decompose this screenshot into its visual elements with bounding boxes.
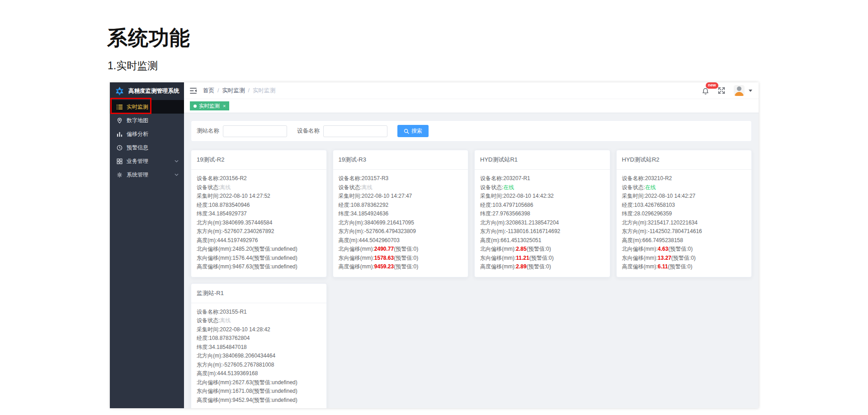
card-field: 经度:108.8783540946: [197, 201, 321, 210]
search-button[interactable]: 搜索: [397, 125, 429, 137]
notification-bell-icon[interactable]: new: [702, 87, 709, 95]
sidebar-toggle-icon[interactable]: [190, 88, 197, 94]
station-card: HYD测试站R2设备名称:203210-R2设备状态:在线采集时间:2022-0…: [616, 150, 752, 277]
field-value: 2485.20: [232, 246, 252, 252]
fullscreen-icon[interactable]: [718, 87, 725, 94]
card-title: 监测站-R1: [197, 290, 224, 296]
field-warn-value: (预警值:undefined): [252, 388, 297, 394]
field-value: 28.0296296359: [634, 210, 672, 217]
card-header: 19测试-R3: [333, 150, 468, 170]
clock-icon: [117, 145, 123, 151]
sidebar-item-label: 系统管理: [127, 171, 148, 179]
card-field: 高度偏移(mm):9467.63(预警值:undefined): [197, 262, 321, 272]
field-value: 4.63: [658, 246, 668, 252]
card-field: 设备状态:在线: [622, 183, 746, 192]
sidebar-item-6[interactable]: 系统管理: [110, 168, 184, 181]
field-label: 设备名称:: [480, 175, 503, 181]
field-value: 3215417.120221634: [648, 219, 698, 226]
sidebar-menu: 实时监测数字地图偏移分析预警信息业务管理系统管理: [110, 100, 184, 181]
tab-close-icon[interactable]: ×: [223, 103, 226, 109]
field-value: 1578.63: [374, 255, 394, 261]
field-label: 采集时间:: [339, 193, 362, 199]
page-subtitle: 1.实时监测: [108, 59, 158, 73]
field-value: 108.8783762804: [209, 335, 250, 341]
field-label: 东方向(m):: [480, 228, 506, 234]
field-value: 离线: [220, 317, 231, 324]
sidebar-item-5[interactable]: 业务管理: [110, 154, 184, 168]
user-menu-caret-icon[interactable]: [749, 90, 752, 92]
field-value: 203210-R2: [645, 175, 672, 181]
sidebar-item-label: 预警信息: [127, 144, 148, 152]
main-area: 首页/实时监测/实时监测 new: [184, 82, 759, 408]
map-pin-icon: [117, 118, 123, 124]
user-avatar[interactable]: [734, 85, 745, 96]
card-field: 设备名称:203155-R1: [197, 308, 321, 317]
breadcrumb-separator: /: [248, 87, 249, 94]
app-logo-title: 高精度监测管理系统: [128, 87, 179, 95]
card-title: HYD测试站R1: [480, 156, 518, 163]
card-field: 设备状态:离线: [339, 183, 463, 192]
card-field: 设备名称:203157-R3: [339, 174, 463, 183]
card-field: 北向偏移(mm):4.63(预警值:0): [622, 245, 746, 254]
field-warn-value: (预警值:0): [668, 263, 693, 270]
field-label: 北向偏移(mm):: [339, 246, 374, 252]
breadcrumb-item[interactable]: 首页: [203, 87, 214, 95]
card-field: 经度:108.878362292: [339, 201, 463, 210]
station-card: 19测试-R2设备名称:203156-R2设备状态:离线采集时间:2022-08…: [191, 150, 327, 277]
field-value: 2.89: [516, 263, 526, 270]
field-value: 2.85: [516, 246, 526, 252]
card-field: 经度:103.4797105686: [480, 201, 604, 210]
sidebar-item-3[interactable]: 偏移分析: [110, 127, 184, 141]
field-value: 444.5042960703: [359, 237, 400, 243]
card-title: HYD测试站R2: [622, 156, 660, 163]
device-name-input[interactable]: [323, 125, 387, 137]
field-label: 东向偏移(mm):: [480, 255, 516, 261]
field-value: 108.878362292: [351, 202, 388, 208]
field-warn-value: (预警值:0): [671, 255, 696, 261]
field-value: 103.4797105686: [492, 202, 533, 208]
field-value: 在线: [645, 184, 656, 191]
grid-icon: [117, 158, 123, 164]
card-field: 高度(m):444.5197492976: [197, 236, 321, 245]
field-value: 在线: [503, 184, 514, 191]
app-screenshot-frame: 高精度监测管理系统 实时监测数字地图偏移分析预警信息业务管理系统管理 首页/实时…: [110, 82, 759, 408]
field-value: 2022-08-10 14:28:42: [220, 326, 270, 333]
field-warn-value: (预警值:undefined): [252, 246, 297, 252]
card-field: 北方向(m):3840699.357446584: [197, 219, 321, 228]
search-icon: [404, 129, 409, 134]
field-value: 2022-08-10 14:27:47: [362, 193, 412, 199]
field-label: 设备状态:: [339, 184, 362, 191]
breadcrumb-item[interactable]: 实时监测: [222, 87, 245, 95]
card-field: 纬度:34.1854847018: [197, 343, 321, 352]
field-label: 设备名称:: [339, 175, 362, 181]
field-value: 3840699.357446584: [222, 219, 272, 226]
navbar-actions: new: [702, 85, 752, 96]
card-field: 东向偏移(mm):1671.08(预警值:undefined): [197, 387, 321, 396]
field-warn-value: (预警值:0): [394, 263, 418, 270]
field-label: 纬度:: [622, 210, 634, 217]
card-field: 设备名称:203207-R1: [480, 174, 604, 183]
sidebar-item-4[interactable]: 预警信息: [110, 141, 184, 154]
tab-realtime-monitor[interactable]: 实时监测 ×: [190, 101, 229, 110]
field-value: -527605.2767881008: [222, 362, 274, 368]
field-value: 9459.23: [374, 263, 394, 270]
field-value: -1142502.7804714616: [648, 228, 702, 234]
sidebar-item-2[interactable]: 数字地图: [110, 114, 184, 127]
field-label: 设备状态:: [480, 184, 503, 191]
sidebar-item-1[interactable]: 实时监测: [110, 100, 184, 114]
field-value: 203157-R3: [362, 175, 388, 181]
top-navbar: 首页/实时监测/实时监测 new: [184, 82, 759, 99]
field-value: 9467.63: [232, 263, 252, 270]
field-label: 纬度:: [197, 210, 209, 217]
field-value: 2022-08-10 14:42:27: [645, 193, 695, 199]
card-field: 高度偏移(mm):6.11(预警值:0): [622, 262, 746, 272]
field-value: 1671.08: [232, 388, 252, 394]
field-value: 34.1854929737: [209, 210, 246, 217]
field-value: 1576.44: [232, 255, 252, 261]
station-card: HYD测试站R1设备名称:203207-R1设备状态:在线采集时间:2022-0…: [474, 150, 610, 277]
field-value: -1138016.1616714692: [506, 228, 560, 234]
card-field: 设备状态:离线: [197, 183, 321, 192]
field-value: 3840698.2060434464: [222, 353, 275, 359]
station-name-input[interactable]: [223, 125, 287, 137]
field-warn-value: (预警值:undefined): [252, 263, 297, 270]
